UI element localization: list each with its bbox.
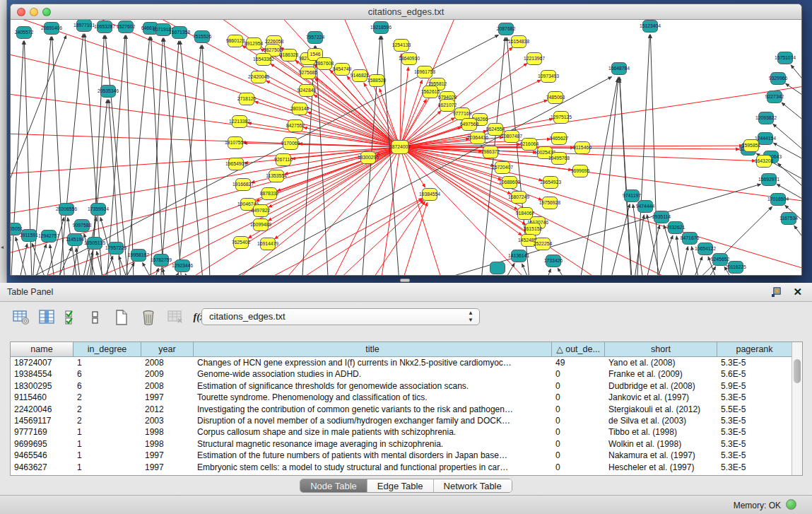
network-node[interactable] xyxy=(778,52,793,64)
network-node[interactable] xyxy=(573,165,588,177)
network-node[interactable] xyxy=(423,86,438,98)
network-node[interactable] xyxy=(236,179,251,191)
network-node[interactable] xyxy=(283,138,298,150)
network-node[interactable] xyxy=(75,220,90,232)
network-canvas[interactable]: 2405572206914061897710110653287152760264… xyxy=(11,20,801,275)
tab-node-table[interactable]: Node Table xyxy=(300,479,367,492)
network-node[interactable] xyxy=(257,54,271,66)
table-row[interactable]: 1872400712008Changes of HCN gene express… xyxy=(11,357,792,368)
network-node[interactable] xyxy=(101,86,116,98)
network-node[interactable] xyxy=(625,190,640,202)
table-row[interactable]: 946362711997Embryonic stem cells: a mode… xyxy=(11,462,792,473)
network-node[interactable] xyxy=(262,188,277,200)
network-node[interactable] xyxy=(156,24,171,36)
network-node[interactable] xyxy=(240,93,254,105)
network-node[interactable] xyxy=(77,20,92,32)
network-node[interactable] xyxy=(502,177,517,189)
network-node[interactable] xyxy=(45,23,59,35)
network-node[interactable] xyxy=(713,254,728,266)
network-node[interactable] xyxy=(683,233,698,245)
network-node[interactable] xyxy=(370,75,384,87)
network-node[interactable] xyxy=(536,238,551,250)
network-node[interactable] xyxy=(233,116,247,128)
network-node[interactable] xyxy=(488,124,503,136)
network-node[interactable] xyxy=(495,162,510,174)
network-node[interactable] xyxy=(195,31,210,43)
delete-table-icon[interactable] xyxy=(165,308,185,327)
network-node[interactable] xyxy=(543,177,558,189)
column-header-pagerank[interactable]: pagerank xyxy=(717,342,792,357)
network-node[interactable] xyxy=(643,21,658,33)
network-node[interactable] xyxy=(300,85,314,97)
network-node[interactable] xyxy=(269,170,284,182)
table-row[interactable]: 2242004622012Investigating the contribut… xyxy=(11,404,792,415)
network-node[interactable] xyxy=(353,70,367,82)
network-node[interactable] xyxy=(483,146,498,158)
network-node[interactable] xyxy=(88,238,102,250)
network-node[interactable] xyxy=(11,223,21,235)
table-row[interactable]: 946554611997Estimation of the future num… xyxy=(11,450,792,461)
network-node[interactable] xyxy=(575,142,590,154)
network-node[interactable] xyxy=(744,140,759,152)
table-row[interactable]: 977716911998Corpus callosum shape and si… xyxy=(11,426,792,438)
network-node[interactable] xyxy=(308,32,323,44)
network-node[interactable] xyxy=(490,262,505,274)
column-header-out_de[interactable]: △ out_de... xyxy=(552,342,605,357)
network-node[interactable] xyxy=(301,67,316,79)
row-height-icon[interactable] xyxy=(86,308,105,327)
network-node[interactable] xyxy=(68,234,83,246)
network-node[interactable] xyxy=(654,211,669,223)
float-panel-icon[interactable] xyxy=(771,286,782,298)
network-node[interactable] xyxy=(361,152,376,164)
network-node[interactable] xyxy=(276,154,291,166)
network-node[interactable] xyxy=(771,73,786,85)
network-frame-titlebar[interactable]: citations_edges.txt xyxy=(11,4,801,20)
column-header-short[interactable]: short xyxy=(605,342,717,357)
network-node[interactable] xyxy=(554,112,569,124)
column-header-year[interactable]: year xyxy=(141,342,194,357)
network-node[interactable] xyxy=(758,133,773,145)
network-node[interactable] xyxy=(59,204,74,216)
network-node[interactable] xyxy=(462,119,477,131)
new-file-icon[interactable] xyxy=(112,308,131,327)
network-node[interactable] xyxy=(782,213,796,225)
network-node[interactable] xyxy=(440,100,455,112)
network-node[interactable] xyxy=(172,27,187,39)
table-row[interactable]: 1938455462009Genome-wide association stu… xyxy=(11,368,792,380)
network-node[interactable] xyxy=(455,108,470,120)
network-node[interactable] xyxy=(131,250,146,262)
network-node[interactable] xyxy=(548,92,563,104)
network-node[interactable] xyxy=(17,27,32,39)
network-node[interactable] xyxy=(522,139,537,151)
table-options-icon[interactable] xyxy=(11,308,31,327)
network-node[interactable] xyxy=(282,49,297,62)
network-node[interactable] xyxy=(757,156,772,168)
network-node[interactable] xyxy=(505,131,519,143)
network-node[interactable] xyxy=(154,255,169,267)
network-node[interactable] xyxy=(247,38,261,50)
column-header-title[interactable]: title xyxy=(194,342,552,357)
network-node[interactable] xyxy=(698,243,713,255)
network-node[interactable] xyxy=(669,222,683,234)
network-node[interactable] xyxy=(394,40,409,52)
network-node[interactable] xyxy=(91,204,106,216)
network-node[interactable] xyxy=(119,21,134,33)
network-node[interactable] xyxy=(317,58,332,70)
network-node-hub[interactable] xyxy=(392,141,408,154)
tab-network-table[interactable]: Network Table xyxy=(434,479,512,492)
delete-trash-icon[interactable] xyxy=(139,308,158,327)
network-node[interactable] xyxy=(512,36,526,48)
network-node[interactable] xyxy=(335,64,350,76)
network-node[interactable] xyxy=(471,132,486,144)
network-node[interactable] xyxy=(767,91,782,103)
network-node[interactable] xyxy=(402,53,417,65)
network-node[interactable] xyxy=(374,22,389,34)
network-node[interactable] xyxy=(288,120,303,132)
close-panel-icon[interactable]: ✕ xyxy=(793,286,802,298)
network-node[interactable] xyxy=(538,147,553,159)
collapse-arrow-icon[interactable]: ◂ xyxy=(1,244,4,250)
network-node[interactable] xyxy=(98,21,112,33)
table-row[interactable]: 969969511998Structural magnetic resonanc… xyxy=(11,438,792,450)
column-visibility-icon[interactable] xyxy=(37,308,57,327)
network-node[interactable] xyxy=(759,112,774,124)
